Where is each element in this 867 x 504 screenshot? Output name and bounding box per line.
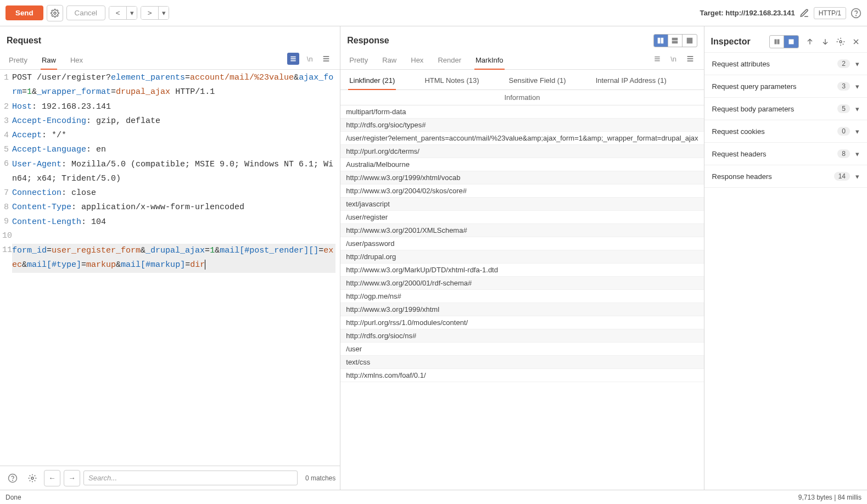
info-row[interactable]: /user/register?element_parents=account/m… [340, 132, 703, 145]
info-row[interactable]: /user [340, 343, 703, 356]
code-line[interactable]: Host: 192.168.23.141 [12, 100, 335, 114]
info-row[interactable]: http://rdfs.org/sioc/types# [340, 119, 703, 132]
response-tab-markinfo[interactable]: MarkInfo [474, 53, 505, 70]
history-back-group[interactable]: < ▾ [109, 6, 137, 20]
search-input[interactable]: Search... [83, 471, 298, 485]
help-icon[interactable] [851, 8, 862, 19]
code-line[interactable]: Content-Length: 104 [12, 215, 335, 229]
response-subtab[interactable]: Sensitive Field (1) [508, 73, 567, 89]
info-list[interactable]: multipart/form-datahttp://rdfs.org/sioc/… [340, 105, 703, 490]
response-tab-pretty[interactable]: Pretty [348, 53, 369, 69]
request-tab-pretty[interactable]: Pretty [8, 53, 29, 69]
inspector-layout-b-icon[interactable] [784, 36, 798, 48]
history-forward-button[interactable]: > [141, 7, 159, 19]
request-pane: Request Pretty Raw Hex \n 1234567891011 … [0, 26, 340, 490]
info-row[interactable]: http://purl.org/rss/1.0/modules/content/ [340, 316, 703, 329]
protocol-pill[interactable]: HTTP/1 [814, 7, 846, 19]
help-request-icon[interactable] [4, 470, 21, 486]
settings-request-icon[interactable] [24, 470, 41, 486]
info-row[interactable]: http://ogp.me/ns# [340, 290, 703, 303]
history-back-button[interactable]: < [109, 7, 127, 19]
svg-rect-8 [672, 38, 678, 41]
request-toggle-icon[interactable] [287, 53, 299, 65]
inspector-section[interactable]: Request headers8▾ [704, 143, 867, 165]
info-row[interactable]: http://www.w3.org/2000/01/rdf-schema# [340, 277, 703, 290]
svg-point-14 [840, 41, 842, 43]
code-line[interactable]: form_id=user_register_form&_drupal_ajax=… [12, 244, 335, 273]
gear-icon[interactable] [47, 5, 63, 21]
inspector-section[interactable]: Request query parameters3▾ [704, 75, 867, 98]
inspector-title: Inspector [711, 37, 751, 47]
inspector-expand-icon[interactable] [806, 37, 814, 46]
history-back-dropdown[interactable]: ▾ [127, 7, 137, 19]
inspector-layout-a-icon[interactable] [770, 36, 784, 48]
history-forward-dropdown[interactable]: ▾ [159, 7, 169, 19]
info-row[interactable]: http://www.w3.org/2001/XMLSchema# [340, 224, 703, 237]
svg-point-4 [13, 480, 13, 480]
response-subtab[interactable]: Linkfinder (21) [348, 73, 396, 90]
response-tab-hex[interactable]: Hex [410, 53, 424, 69]
svg-point-5 [31, 477, 33, 479]
response-menu-icon[interactable] [684, 53, 696, 65]
info-row[interactable]: text/css [340, 356, 703, 369]
layout-toggle[interactable] [653, 34, 697, 47]
history-forward-group[interactable]: > ▾ [141, 6, 169, 20]
send-button[interactable]: Send [5, 5, 43, 20]
info-row[interactable]: http://www.w3.org/2004/02/skos/core# [340, 184, 703, 198]
edit-target-icon[interactable] [799, 8, 809, 18]
target-area: Target: http://192.168.23.141 HTTP/1 [700, 7, 862, 19]
info-row[interactable]: text/javascript [340, 198, 703, 211]
svg-rect-12 [777, 39, 779, 44]
svg-rect-6 [658, 38, 661, 44]
info-row[interactable]: /user/register [340, 211, 703, 224]
response-subtab[interactable]: Internal IP Address (1) [595, 73, 668, 89]
response-newline-icon[interactable]: \n [668, 53, 680, 65]
inspector-settings-icon[interactable] [836, 37, 845, 46]
info-row[interactable]: http://drupal.org [340, 250, 703, 264]
code-line[interactable]: User-Agent: Mozilla/5.0 (compatible; MSI… [12, 158, 335, 187]
layout-rows-icon[interactable] [668, 35, 683, 47]
request-title: Request [7, 36, 41, 46]
request-tab-raw[interactable]: Raw [41, 53, 57, 70]
info-row[interactable]: http://rdfs.org/sioc/ns# [340, 329, 703, 343]
search-prev-button[interactable]: ← [44, 470, 60, 486]
code-line[interactable]: Accept: */* [12, 128, 335, 143]
inspector-section[interactable]: Request cookies0▾ [704, 120, 867, 143]
info-row[interactable]: http://www.w3.org/MarkUp/DTD/xhtml-rdfa-… [340, 264, 703, 277]
info-row[interactable]: /user/password [340, 237, 703, 250]
inspector-section[interactable]: Response headers14▾ [704, 165, 867, 188]
response-toggle-icon[interactable] [651, 53, 663, 65]
target-label: Target: http://192.168.23.141 [700, 9, 795, 17]
code-line[interactable]: Content-Type: application/x-www-form-url… [12, 200, 335, 215]
info-row[interactable]: http://www.w3.org/1999/xhtml/vocab [340, 171, 703, 184]
response-tab-render[interactable]: Render [437, 53, 462, 69]
search-next-button[interactable]: → [64, 470, 80, 486]
cancel-button[interactable]: Cancel [66, 5, 106, 20]
code-line[interactable]: Accept-Language: en [12, 143, 335, 157]
layout-single-icon[interactable] [683, 35, 697, 47]
info-row[interactable]: http://purl.org/dc/terms/ [340, 145, 703, 158]
request-tab-hex[interactable]: Hex [69, 53, 84, 69]
response-tab-raw[interactable]: Raw [381, 53, 398, 69]
newline-icon[interactable]: \n [304, 53, 316, 65]
request-editor[interactable]: 1234567891011 POST /user/register?elemen… [0, 70, 340, 466]
code-line[interactable]: Connection: close [12, 186, 335, 200]
svg-rect-7 [661, 38, 664, 44]
info-row[interactable]: multipart/form-data [340, 105, 703, 119]
info-row[interactable]: Australia/Melbourne [340, 158, 703, 171]
info-row[interactable]: http://xmlns.com/foaf/0.1/ [340, 369, 703, 382]
response-subtab[interactable]: HTML Notes (13) [423, 73, 480, 89]
inspector-section[interactable]: Request body parameters5▾ [704, 98, 867, 120]
code-line[interactable] [12, 229, 335, 244]
request-menu-icon[interactable] [320, 53, 332, 65]
inspector-layout-toggle[interactable] [769, 35, 799, 48]
code-line[interactable]: POST /user/register?element_parents=acco… [12, 71, 335, 100]
inspector-collapse-icon[interactable] [821, 37, 830, 46]
info-header: Information [340, 90, 703, 105]
top-toolbar: Send Cancel < ▾ > ▾ Target: http://192.1… [0, 0, 867, 26]
layout-columns-icon[interactable] [654, 35, 668, 47]
info-row[interactable]: http://www.w3.org/1999/xhtml [340, 303, 703, 316]
inspector-section[interactable]: Request attributes2▾ [704, 53, 867, 75]
code-line[interactable]: Accept-Encoding: gzip, deflate [12, 114, 335, 128]
inspector-close-icon[interactable] [852, 37, 860, 46]
